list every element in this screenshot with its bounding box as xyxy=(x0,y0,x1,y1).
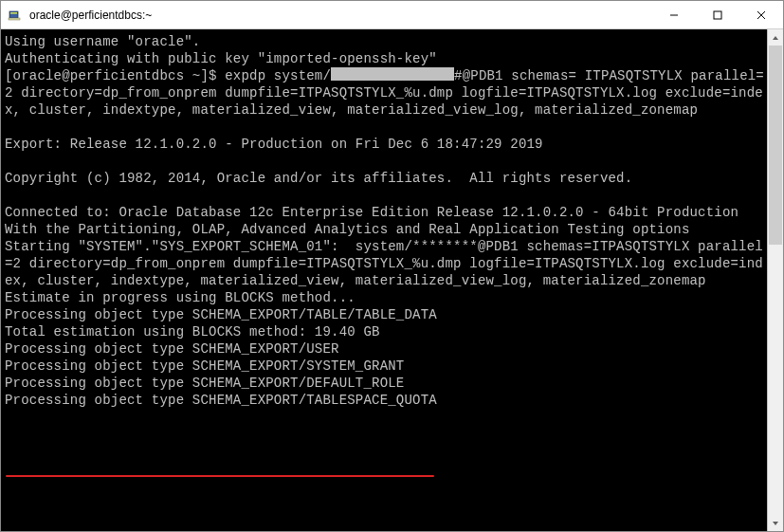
close-button[interactable] xyxy=(739,1,783,29)
redacted-password xyxy=(331,67,454,81)
scroll-up-button[interactable] xyxy=(768,29,783,46)
window-title: oracle@perficientdbcs:~ xyxy=(27,9,652,22)
scroll-track[interactable] xyxy=(768,46,783,515)
line: Authenticating with public key "imported… xyxy=(5,51,437,66)
line: Processing object type SCHEMA_EXPORT/USE… xyxy=(5,341,339,357)
svg-rect-4 xyxy=(714,11,721,19)
minimize-button[interactable] xyxy=(652,1,696,29)
terminal-window: oracle@perficientdbcs:~ Using username "… xyxy=(0,0,784,532)
line: With the Partitioning, OLAP, Advanced An… xyxy=(5,222,690,237)
line: Using username "oracle". xyxy=(5,34,200,49)
line: Export: Release 12.1.0.2.0 - Production … xyxy=(5,137,543,152)
terminal-area: Using username "oracle". Authenticating … xyxy=(1,29,783,531)
scroll-down-button[interactable] xyxy=(768,515,783,531)
terminal-output[interactable]: Using username "oracle". Authenticating … xyxy=(1,29,767,531)
scroll-thumb[interactable] xyxy=(769,46,782,245)
svg-rect-1 xyxy=(10,12,17,14)
line: Processing object type SCHEMA_EXPORT/TAB… xyxy=(5,393,437,408)
command-part: expdp system/ xyxy=(225,68,331,83)
svg-rect-2 xyxy=(9,18,20,20)
svg-marker-8 xyxy=(773,522,778,525)
line: Processing object type SCHEMA_EXPORT/DEF… xyxy=(5,376,404,391)
putty-icon xyxy=(1,9,27,22)
maximize-button[interactable] xyxy=(696,1,739,29)
line: Estimate in progress using BLOCKS method… xyxy=(5,290,356,305)
line: Processing object type SCHEMA_EXPORT/TAB… xyxy=(5,307,437,322)
scrollbar[interactable] xyxy=(767,29,783,531)
line-highlighted: Total estimation using BLOCKS method: 19… xyxy=(5,324,380,339)
svg-marker-7 xyxy=(773,36,778,40)
titlebar[interactable]: oracle@perficientdbcs:~ xyxy=(1,1,783,29)
shell-prompt: [oracle@perficientdbcs ~]$ xyxy=(5,68,225,83)
line: Connected to: Oracle Database 12c Enterp… xyxy=(5,205,738,220)
line: Starting "SYSTEM"."SYS_EXPORT_SCHEMA_01"… xyxy=(5,239,763,288)
line: Copyright (c) 1982, 2014, Oracle and/or … xyxy=(5,171,632,186)
line: Processing object type SCHEMA_EXPORT/SYS… xyxy=(5,358,404,374)
red-underline-annotation xyxy=(6,475,434,477)
